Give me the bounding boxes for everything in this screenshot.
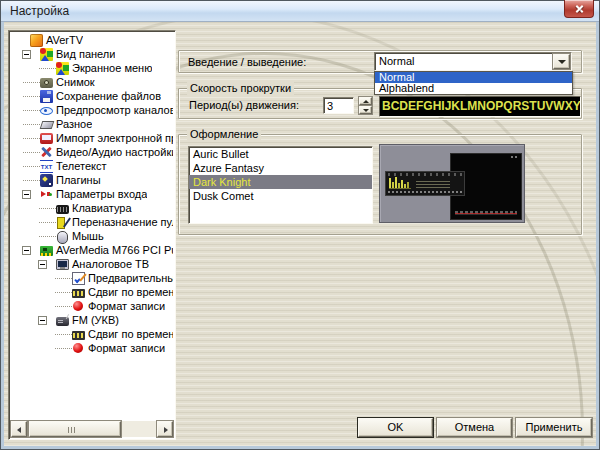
tree-item-label: Телетекст xyxy=(53,160,107,172)
tree-item[interactable]: Сохранение файлов xyxy=(11,89,173,103)
ok-button[interactable]: OK xyxy=(358,418,433,437)
skin-option[interactable]: Auric Bullet xyxy=(189,147,372,161)
skin-option[interactable]: Azure Fantasy xyxy=(189,161,372,175)
tree-item-label: Плагины xyxy=(53,174,101,186)
scrollbar-thumb[interactable] xyxy=(29,421,121,437)
tree-item[interactable]: Параметры входа xyxy=(11,187,173,201)
floppy-icon xyxy=(40,90,53,103)
cancel-button[interactable]: Отмена xyxy=(437,418,512,437)
dropdown-option[interactable]: Alphablend xyxy=(375,83,572,94)
tree-indent xyxy=(53,299,72,313)
panel-icon xyxy=(40,48,53,61)
tree-indent xyxy=(21,47,40,61)
tree-indent xyxy=(21,89,40,103)
scroll-speed-group-title: Скорость прокрутки xyxy=(187,82,294,95)
tree-indent xyxy=(53,341,72,355)
fmradio-icon xyxy=(56,317,69,326)
tree-item[interactable]: Предпросмотр каналов xyxy=(11,103,173,117)
settings-tree-panel: AVerTVВид панелиЭкранное менюСнимокСохра… xyxy=(8,30,176,440)
tree-indent xyxy=(53,271,72,285)
tree-item-label: AVerTV xyxy=(43,34,83,46)
keyboard-icon xyxy=(56,205,69,214)
tree: AVerTVВид панелиЭкранное менюСнимокСохра… xyxy=(11,33,173,419)
tree-item[interactable]: Импорт электронной прог xyxy=(11,131,173,145)
tree-item-label: Видео/Аудио настройки xyxy=(53,146,173,158)
io-effect-label: Введение / выведение: xyxy=(179,56,306,68)
tree-item-label: Сдвиг по времени xyxy=(85,286,173,298)
tree-indent xyxy=(21,75,40,89)
tree-item[interactable]: Аналоговое ТВ xyxy=(11,257,173,271)
epg-icon xyxy=(40,133,53,144)
timeshift-icon xyxy=(72,289,85,298)
tree-item[interactable]: Снимок xyxy=(11,75,173,89)
tree-item-label: FM (УКВ) xyxy=(69,314,119,326)
tree-item[interactable]: Телетекст xyxy=(11,159,173,173)
expander-minus-icon[interactable] xyxy=(38,260,47,269)
input-icon xyxy=(40,188,53,201)
tree-item[interactable]: Мышь xyxy=(11,229,173,243)
tree-item[interactable]: Видео/Аудио настройки xyxy=(11,145,173,159)
tree-indent xyxy=(37,61,56,75)
tree-item[interactable]: Разное xyxy=(11,117,173,131)
expander-minus-icon[interactable] xyxy=(22,50,31,59)
tools-icon xyxy=(40,146,53,159)
period-stepper xyxy=(359,97,372,114)
tree-item[interactable]: Предварительный xyxy=(11,271,173,285)
tree-item-label: Формат записи xyxy=(85,300,165,312)
preview-control-panel xyxy=(385,171,465,196)
period-label: Период(ы) движения: xyxy=(189,99,299,111)
tree-indent xyxy=(21,159,40,173)
tree-indent xyxy=(21,173,40,187)
skin-option[interactable]: Dusk Comet xyxy=(189,189,372,203)
scroll-left-arrow-icon[interactable] xyxy=(11,421,27,437)
tree-item-label: Снимок xyxy=(53,76,95,88)
tree-item[interactable]: Экранное меню xyxy=(11,61,173,75)
appearance-group: Оформление Auric BulletAzure FantasyDark… xyxy=(178,134,582,235)
panel-icon xyxy=(56,62,69,75)
tree-item[interactable]: Вид панели xyxy=(11,47,173,61)
io-effect-combobox[interactable]: Normal xyxy=(374,52,572,71)
avertv-icon xyxy=(30,34,43,47)
expander-minus-icon[interactable] xyxy=(38,316,47,325)
tree-item-label: Разное xyxy=(53,118,92,130)
timeshift-icon xyxy=(72,331,85,340)
tree-item-label: Предпросмотр каналов xyxy=(53,104,173,116)
titlebar[interactable]: Настройка xyxy=(1,1,599,22)
tree-indent xyxy=(37,313,56,327)
tree-item[interactable]: AVerMedia M766 PCI Pure A xyxy=(11,243,173,257)
combobox-value: Normal xyxy=(375,53,553,70)
tree-item-label: Переназначение пульт xyxy=(69,216,173,228)
tree-indent xyxy=(37,257,56,271)
tree-item[interactable]: Плагины xyxy=(11,173,173,187)
tree-item[interactable]: Переназначение пульт xyxy=(11,215,173,229)
close-button[interactable] xyxy=(564,0,594,18)
analogtv-icon xyxy=(56,259,69,270)
eye-icon xyxy=(40,104,53,117)
spinner-down-icon[interactable] xyxy=(359,106,372,114)
tree-item[interactable]: Формат записи xyxy=(11,341,173,355)
tree-item[interactable]: Клавиатура xyxy=(11,201,173,215)
tree-item[interactable]: Сдвиг по времени xyxy=(11,327,173,341)
misc-icon xyxy=(40,118,53,131)
tree-horizontal-scrollbar[interactable] xyxy=(11,421,173,437)
apply-button[interactable]: Применить xyxy=(516,418,592,437)
expander-minus-icon[interactable] xyxy=(22,190,31,199)
settings-dialog: Настройка AVerTVВид панелиЭкранное менюС… xyxy=(0,0,600,450)
tree-item[interactable]: AVerTV xyxy=(11,33,173,47)
spinner-up-icon[interactable] xyxy=(359,97,372,105)
tree-item[interactable]: FM (УКВ) xyxy=(11,313,173,327)
tree-item-label: Экранное меню xyxy=(69,62,152,74)
preview-icon xyxy=(72,272,85,285)
tree-item[interactable]: Сдвиг по времени xyxy=(11,285,173,299)
expander-minus-icon[interactable] xyxy=(22,246,31,255)
tree-item[interactable]: Формат записи xyxy=(11,299,173,313)
skin-option[interactable]: Dark Knight xyxy=(189,175,372,189)
tree-indent xyxy=(21,103,40,117)
record-icon xyxy=(72,300,85,313)
period-input[interactable]: 3 xyxy=(323,97,354,114)
tree-indent xyxy=(21,145,40,159)
tree-indent xyxy=(21,131,40,145)
scroll-right-arrow-icon[interactable] xyxy=(157,421,173,437)
chevron-down-icon[interactable] xyxy=(553,54,570,69)
preview-spectrum-bars xyxy=(389,177,411,189)
